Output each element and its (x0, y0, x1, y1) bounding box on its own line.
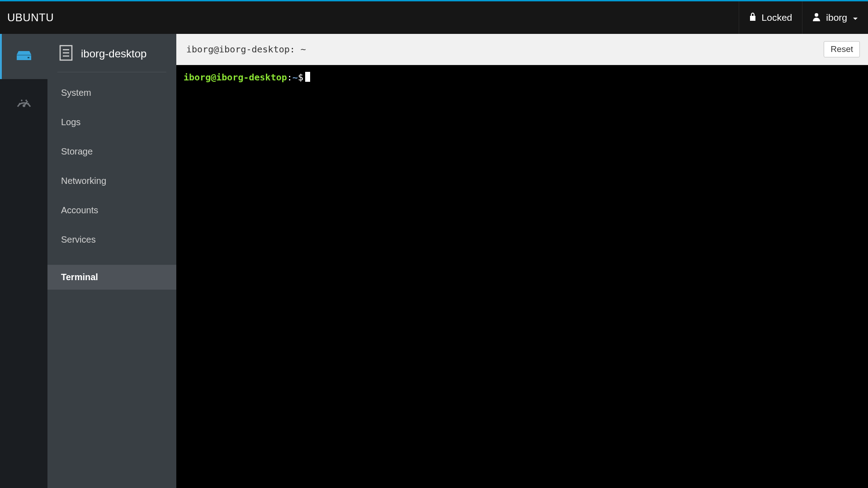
terminal-cursor (305, 72, 310, 82)
sidebar-item-terminal[interactable]: Terminal (47, 265, 176, 290)
gauge-icon (16, 95, 32, 108)
host-name-label: iborg-desktop (81, 47, 146, 60)
terminal-title: iborg@iborg-desktop: ~ (186, 44, 306, 55)
prompt-path: ~ (292, 72, 298, 83)
sidebar-divider (57, 72, 166, 72)
svg-rect-2 (17, 55, 31, 56)
svg-line-9 (28, 103, 29, 104)
top-bar: UBUNTU Locked iborg (0, 1, 868, 34)
sidebar-item-services[interactable]: Services (47, 227, 176, 252)
main-panel: iborg@iborg-desktop: ~ Reset iborg@iborg… (176, 34, 868, 488)
user-menu[interactable]: iborg (802, 1, 868, 34)
server-icon (15, 50, 33, 63)
locked-label: Locked (762, 12, 793, 23)
sidebar-item-logs[interactable]: Logs (47, 110, 176, 135)
svg-line-8 (26, 100, 27, 101)
nav-rail (0, 34, 47, 488)
user-name-label: iborg (826, 12, 847, 23)
lock-icon (749, 12, 756, 23)
svg-point-0 (815, 13, 818, 17)
sidebar-header[interactable]: iborg-desktop (47, 34, 176, 72)
terminal-output[interactable]: iborg@iborg-desktop:~$ (176, 65, 868, 488)
svg-rect-3 (28, 57, 29, 58)
user-icon (812, 12, 821, 23)
terminal-toolbar: iborg@iborg-desktop: ~ Reset (176, 34, 868, 65)
rail-item-host[interactable] (0, 34, 47, 79)
sidebar-item-accounts[interactable]: Accounts (47, 198, 176, 223)
svg-line-6 (19, 103, 20, 104)
reset-button[interactable]: Reset (824, 41, 860, 57)
sidebar-item-networking[interactable]: Networking (47, 169, 176, 193)
prompt-colon: : (287, 72, 292, 83)
prompt-userhost: iborg@iborg-desktop (184, 72, 287, 83)
prompt-symbol: $ (298, 72, 303, 83)
sidebar-item-system[interactable]: System (47, 80, 176, 105)
chevron-down-icon (853, 12, 858, 23)
host-page-icon (59, 45, 73, 63)
brand-label[interactable]: UBUNTU (0, 11, 54, 24)
locked-indicator[interactable]: Locked (739, 1, 802, 34)
sidebar: iborg-desktop System Logs Storage Networ… (47, 34, 176, 488)
svg-line-7 (21, 100, 22, 101)
rail-item-dashboard[interactable] (0, 79, 47, 124)
sidebar-item-storage[interactable]: Storage (47, 139, 176, 164)
